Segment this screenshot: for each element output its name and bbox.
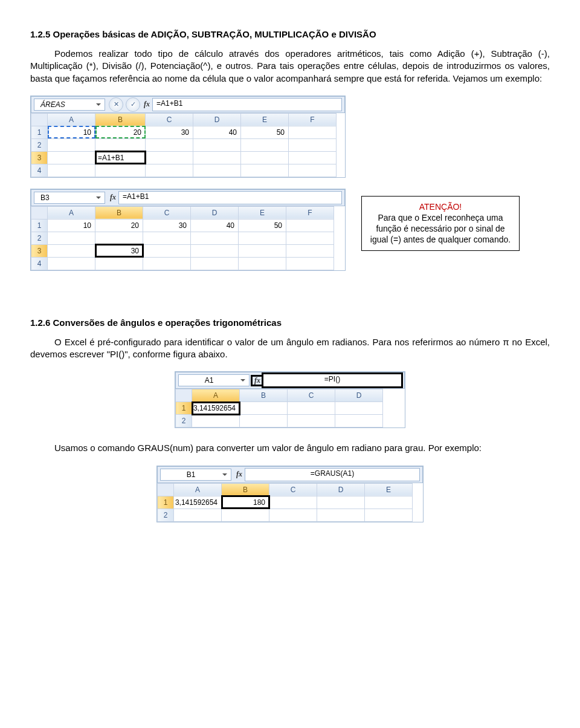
cell[interactable]: [222, 509, 269, 521]
col-header[interactable]: A: [48, 113, 95, 126]
cell[interactable]: [143, 244, 191, 257]
cell[interactable]: [193, 164, 241, 177]
cell[interactable]: [193, 138, 241, 151]
cell[interactable]: [269, 496, 317, 509]
cell[interactable]: [317, 496, 365, 509]
cell[interactable]: [174, 509, 222, 521]
cell[interactable]: [241, 138, 289, 151]
cell[interactable]: [48, 257, 95, 270]
cell[interactable]: [95, 257, 143, 270]
cell[interactable]: [143, 257, 191, 270]
col-header[interactable]: E: [241, 113, 289, 126]
cell[interactable]: [146, 164, 193, 177]
cell[interactable]: [95, 138, 146, 151]
name-box[interactable]: B3: [34, 192, 105, 204]
cell[interactable]: [240, 415, 288, 427]
cell[interactable]: [241, 151, 289, 164]
row-header[interactable]: 2: [158, 509, 174, 521]
cell[interactable]: [193, 151, 241, 164]
row-header[interactable]: 1: [176, 402, 192, 415]
cell[interactable]: [365, 496, 413, 509]
row-header[interactable]: 1: [31, 126, 48, 138]
cell[interactable]: [143, 232, 191, 244]
cell[interactable]: 3,141592654: [174, 496, 222, 509]
col-header[interactable]: F: [286, 206, 334, 219]
cell[interactable]: [288, 402, 335, 415]
cell[interactable]: 40: [193, 126, 241, 138]
cell[interactable]: [95, 164, 146, 177]
cell[interactable]: [146, 138, 193, 151]
cell[interactable]: [289, 164, 337, 177]
col-header[interactable]: E: [239, 206, 286, 219]
col-header[interactable]: B: [240, 389, 288, 402]
cell[interactable]: 20: [95, 219, 143, 232]
cell[interactable]: [286, 257, 334, 270]
cell[interactable]: [48, 151, 95, 164]
formula-input[interactable]: =PI(): [263, 374, 402, 387]
cell[interactable]: 40: [191, 219, 239, 232]
name-box[interactable]: B1: [160, 469, 231, 481]
col-header[interactable]: E: [365, 483, 413, 496]
formula-input[interactable]: =A1+B1: [118, 191, 342, 204]
col-header[interactable]: D: [191, 206, 239, 219]
col-header[interactable]: C: [146, 113, 193, 126]
active-cell[interactable]: 180: [222, 496, 269, 509]
col-header[interactable]: A: [174, 483, 222, 496]
cell[interactable]: [289, 138, 337, 151]
row-header[interactable]: 4: [31, 257, 48, 270]
cell[interactable]: 50: [241, 126, 289, 138]
col-header[interactable]: C: [288, 389, 335, 402]
fx-icon[interactable]: fx: [108, 193, 118, 202]
cell[interactable]: [146, 151, 193, 164]
col-header[interactable]: C: [143, 206, 191, 219]
select-all-corner[interactable]: [31, 113, 48, 126]
fx-icon[interactable]: fx: [234, 470, 245, 479]
cell[interactable]: [289, 126, 337, 138]
cell[interactable]: [335, 402, 383, 415]
cell[interactable]: [48, 232, 95, 244]
active-cell[interactable]: 3,141592654: [192, 402, 240, 415]
fx-icon[interactable]: fx: [252, 376, 263, 385]
select-all-corner[interactable]: [176, 389, 192, 402]
formula-input[interactable]: =A1+B1: [152, 98, 342, 111]
cell[interactable]: 10: [48, 126, 95, 138]
col-header[interactable]: D: [317, 483, 365, 496]
col-header[interactable]: D: [193, 113, 241, 126]
cell[interactable]: [335, 415, 383, 427]
cell[interactable]: [239, 232, 286, 244]
formula-input[interactable]: =GRAUS(A1): [245, 468, 420, 481]
cell[interactable]: [239, 244, 286, 257]
cell[interactable]: 30: [146, 126, 193, 138]
row-header[interactable]: 3: [31, 244, 48, 257]
enter-icon[interactable]: ✓: [126, 97, 140, 112]
cell[interactable]: 20: [95, 126, 146, 138]
spreadsheet-grid[interactable]: A B C D E F 1 10 20 30 40 50 2 3: [31, 206, 334, 270]
cell[interactable]: [286, 244, 334, 257]
col-header[interactable]: C: [269, 483, 317, 496]
spreadsheet-grid[interactable]: A B C D E 1 3,141592654 180 2: [157, 483, 413, 522]
spreadsheet-grid[interactable]: A B C D 1 3,141592654 2: [175, 389, 383, 427]
cancel-icon[interactable]: ✕: [109, 97, 123, 112]
cell[interactable]: [48, 244, 95, 257]
name-box[interactable]: A1: [178, 374, 250, 386]
cell[interactable]: [241, 164, 289, 177]
col-header[interactable]: F: [289, 113, 337, 126]
cell[interactable]: [95, 232, 143, 244]
col-header[interactable]: A: [192, 389, 240, 402]
col-header[interactable]: B: [222, 483, 269, 496]
cell[interactable]: 30: [143, 219, 191, 232]
active-cell[interactable]: 30: [95, 244, 143, 257]
cell[interactable]: [48, 164, 95, 177]
cell[interactable]: [239, 257, 286, 270]
cell[interactable]: [365, 509, 413, 521]
col-header[interactable]: D: [335, 389, 383, 402]
fx-icon[interactable]: fx: [141, 100, 152, 109]
row-header[interactable]: 2: [176, 415, 192, 427]
cell[interactable]: 50: [239, 219, 286, 232]
cell[interactable]: [286, 219, 334, 232]
cell[interactable]: [191, 232, 239, 244]
select-all-corner[interactable]: [31, 206, 48, 219]
row-header[interactable]: 1: [158, 496, 174, 509]
col-header[interactable]: A: [48, 206, 95, 219]
active-cell[interactable]: =A1+B1: [95, 151, 146, 164]
